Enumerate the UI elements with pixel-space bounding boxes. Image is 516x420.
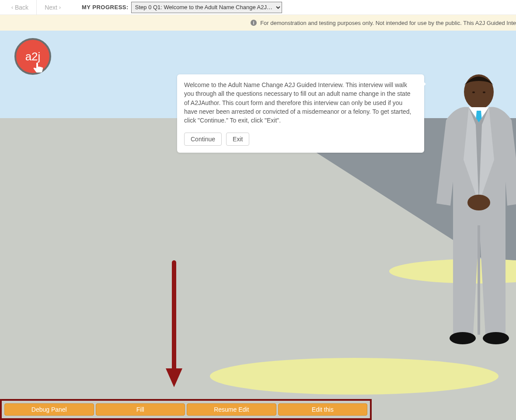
progress-select[interactable]: Step 0 Q1: Welcome to the Adult Name Cha… [131,2,282,13]
demo-banner: i For demonstration and testing purposes… [0,15,516,31]
guide-avatar [420,72,516,352]
next-button[interactable]: Next › [37,0,69,15]
debug-panel-button[interactable]: Debug Panel [4,403,94,416]
banner-text: For demonstration and testing purposes o… [260,20,516,26]
resume-edit-button[interactable]: Resume Edit [187,403,276,416]
back-label: Back [15,4,28,11]
svg-point-4 [472,91,475,93]
svg-point-5 [483,91,485,93]
edit-this-button[interactable]: Edit this [278,403,368,416]
chevron-right-icon: › [59,4,61,10]
back-button[interactable]: ‹ Back [3,0,37,15]
a2j-logo[interactable]: a2j [14,38,51,75]
debug-toolbar: Debug Panel Fill Resume Edit Edit this [4,403,367,416]
chevron-left-icon: ‹ [11,4,13,10]
pointer-hand-icon [32,62,45,75]
a2j-logo-text: a2j [25,50,41,63]
svg-marker-11 [166,368,182,387]
exit-button[interactable]: Exit [226,133,249,146]
interview-stage: a2j Welcome to the Adult Name Change A2J… [0,31,516,420]
svg-point-2 [210,358,499,395]
svg-point-8 [450,332,476,344]
svg-point-9 [483,332,509,344]
svg-point-6 [467,195,490,210]
debug-toolbar-highlight: Debug Panel Fill Resume Edit Edit this [0,399,372,420]
question-bubble: Welcome to the Adult Name Change A2J Gui… [177,74,424,153]
continue-button[interactable]: Continue [184,133,222,146]
next-label: Next [45,4,57,11]
question-text: Welcome to the Adult Name Change A2J Gui… [184,80,417,125]
info-icon: i [251,20,257,26]
bubble-button-row: Continue Exit [184,133,417,146]
progress-label: MY PROGRESS: [82,4,129,10]
instruction-arrow-icon [163,258,185,389]
fill-button[interactable]: Fill [96,403,185,416]
top-nav-bar: ‹ Back Next › MY PROGRESS: Step 0 Q1: We… [0,0,516,15]
svg-rect-7 [478,225,480,335]
